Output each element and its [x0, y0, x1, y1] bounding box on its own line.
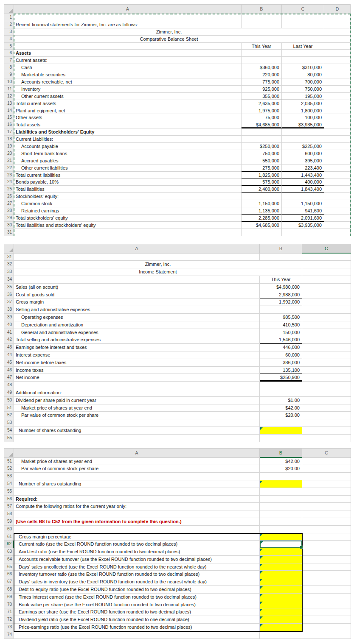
cell-balance-sheet-B26[interactable]: [242, 193, 282, 200]
cell-balance-sheet-C26[interactable]: [282, 193, 324, 200]
cell-balance-sheet-D22[interactable]: [324, 164, 351, 172]
cell-required-ratios-A55[interactable]: [14, 488, 260, 496]
cell-required-ratios-A66[interactable]: Inventory turnover ratio (use the Excel …: [14, 571, 260, 578]
cell-required-ratios-B74[interactable]: [260, 631, 302, 639]
row-header-43[interactable]: 43: [4, 344, 14, 351]
cell-balance-sheet-A27[interactable]: Common stock: [14, 200, 242, 207]
cell-balance-sheet-B2[interactable]: [242, 21, 282, 28]
row-header-45[interactable]: 45: [4, 359, 14, 367]
row-header-7[interactable]: 7: [4, 57, 14, 64]
cell-required-ratios-C62[interactable]: [302, 541, 351, 548]
cell-balance-sheet-A4[interactable]: Comparative Balance Sheet: [14, 36, 324, 43]
cell-required-ratios-C55[interactable]: [302, 488, 351, 496]
row-header-25[interactable]: 25: [4, 186, 14, 193]
cell-income-statement-C52[interactable]: [302, 412, 351, 419]
cell-balance-sheet-D12[interactable]: [324, 93, 351, 100]
row-header-29[interactable]: 29: [4, 215, 14, 222]
cell-required-ratios-B54[interactable]: [260, 480, 302, 488]
cell-balance-sheet-D15[interactable]: [324, 114, 351, 121]
row-header-65[interactable]: 65: [4, 563, 14, 571]
cell-required-ratios-C72[interactable]: [302, 616, 351, 624]
cell-income-statement-C50[interactable]: [302, 397, 351, 404]
cell-income-statement-C38[interactable]: [302, 306, 351, 314]
cell-balance-sheet-B31[interactable]: [242, 229, 282, 236]
cell-balance-sheet-D2[interactable]: [324, 21, 351, 28]
row-header-63[interactable]: 63: [4, 548, 14, 556]
cell-balance-sheet-D24[interactable]: [324, 178, 351, 186]
cell-income-statement-C37[interactable]: [302, 298, 351, 306]
cell-balance-sheet-D28[interactable]: [324, 207, 351, 215]
cell-income-statement-B36[interactable]: 2,988,000: [260, 291, 302, 299]
cell-balance-sheet-B6[interactable]: [242, 50, 282, 57]
row-header-34[interactable]: 34: [4, 276, 14, 284]
cell-balance-sheet-D10[interactable]: [324, 78, 351, 86]
cell-income-statement-A43[interactable]: Earnings before interest and taxes: [14, 344, 260, 351]
cell-required-ratios-C64[interactable]: [302, 556, 351, 563]
cell-balance-sheet-A1[interactable]: [14, 14, 242, 21]
cell-balance-sheet-B8[interactable]: $360,000: [242, 64, 282, 71]
cell-required-ratios-B73[interactable]: [260, 624, 302, 631]
cell-income-statement-C36[interactable]: [302, 291, 351, 299]
row-header-53[interactable]: 53: [4, 473, 14, 480]
cell-balance-sheet-B7[interactable]: [242, 57, 282, 64]
cell-required-ratios-B63[interactable]: [260, 548, 302, 556]
row-header-72[interactable]: 72: [4, 616, 14, 624]
row-header-39[interactable]: 39: [4, 314, 14, 321]
cell-required-ratios-A57[interactable]: Compute the following ratios for the cur…: [14, 503, 260, 510]
cell-required-ratios-A70[interactable]: Book value per share (use the Excel ROUN…: [14, 601, 260, 609]
cell-required-ratios-C74[interactable]: [302, 631, 351, 639]
row-header-1[interactable]: 1: [4, 14, 14, 21]
cell-balance-sheet-C20[interactable]: 600,000: [282, 150, 324, 157]
cell-balance-sheet-D19[interactable]: [324, 143, 351, 150]
row-header-51[interactable]: 51: [4, 404, 14, 412]
cell-required-ratios-C67[interactable]: [302, 578, 351, 586]
cell-income-statement-B48[interactable]: [260, 382, 302, 389]
cell-balance-sheet-C8[interactable]: $310,000: [282, 64, 324, 71]
cell-income-statement-C45[interactable]: [302, 359, 351, 367]
cell-required-ratios-C54[interactable]: [302, 480, 351, 488]
row-header-23[interactable]: 23: [4, 172, 14, 179]
cell-balance-sheet-B10[interactable]: 775,000: [242, 78, 282, 86]
cell-income-statement-C31[interactable]: [302, 254, 351, 261]
cell-balance-sheet-C15[interactable]: 100,000: [282, 114, 324, 121]
row-header-38[interactable]: 38: [4, 306, 14, 314]
row-header-53[interactable]: 53: [4, 419, 14, 427]
cell-balance-sheet-B24[interactable]: 575,000: [242, 178, 282, 186]
cell-income-statement-B50[interactable]: $1.00: [260, 397, 302, 404]
cell-required-ratios-C57[interactable]: [302, 503, 351, 510]
cell-balance-sheet-B14[interactable]: 1,975,000: [242, 107, 282, 114]
cell-balance-sheet-D23[interactable]: [324, 172, 351, 179]
cell-income-statement-B38[interactable]: [260, 306, 302, 314]
cell-income-statement-A35[interactable]: Sales (all on acount): [14, 284, 260, 291]
cell-required-ratios-C60[interactable]: [302, 526, 351, 533]
row-header-21[interactable]: 21: [4, 157, 14, 164]
row-header-32[interactable]: 32: [4, 261, 14, 268]
cell-income-statement-C55[interactable]: [302, 435, 351, 442]
cell-balance-sheet-B20[interactable]: 750,000: [242, 150, 282, 157]
cell-income-statement-B55[interactable]: [260, 435, 302, 442]
cell-income-statement-B51[interactable]: $42.00: [260, 404, 302, 412]
cell-required-ratios-A54[interactable]: Number of shares outstanding: [14, 480, 260, 488]
row-header-62[interactable]: 62: [4, 541, 14, 548]
cell-required-ratios-A60[interactable]: [14, 526, 260, 533]
row-header-68[interactable]: 68: [4, 586, 14, 594]
cell-income-statement-C46[interactable]: [302, 367, 351, 374]
cell-required-ratios-B61[interactable]: [260, 533, 302, 541]
cell-income-statement-C34[interactable]: [302, 276, 351, 284]
row-header-69[interactable]: 69: [4, 594, 14, 601]
cell-balance-sheet-C25[interactable]: 1,843,400: [282, 186, 324, 193]
cell-income-statement-A34[interactable]: [14, 276, 260, 284]
row-header-54[interactable]: 54: [4, 427, 14, 435]
cell-balance-sheet-B13[interactable]: 2,635,000: [242, 100, 282, 107]
row-header-48[interactable]: 48: [4, 382, 14, 389]
cell-required-ratios-B66[interactable]: [260, 571, 302, 578]
row-header-59[interactable]: 59: [4, 518, 14, 526]
cell-balance-sheet-A16[interactable]: Total assets: [14, 121, 242, 128]
cell-balance-sheet-A20[interactable]: Short-term bank loans: [14, 150, 242, 157]
cell-balance-sheet-B30[interactable]: $4,685,000: [242, 222, 282, 229]
row-header-3[interactable]: 3: [4, 28, 14, 36]
cell-required-ratios-C56[interactable]: [302, 496, 351, 503]
cell-balance-sheet-B11[interactable]: 925,000: [242, 86, 282, 93]
cell-income-statement-A48[interactable]: [14, 382, 260, 389]
cell-balance-sheet-C22[interactable]: 223,400: [282, 164, 324, 172]
